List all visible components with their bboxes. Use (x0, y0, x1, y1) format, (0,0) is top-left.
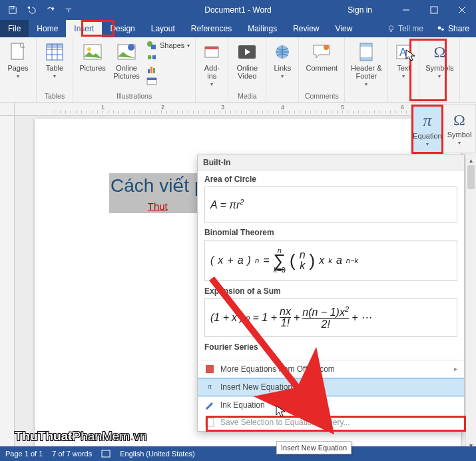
equation-gallery-panel: Built-In Area of Circle A = πr2 Binomial… (197, 155, 465, 432)
pi-icon: π (423, 111, 431, 131)
shapes-icon (146, 40, 157, 51)
addins-icon (201, 41, 222, 63)
eq-item-fourier[interactable]: Fourier Series (198, 338, 464, 360)
share-label: Share (448, 24, 469, 33)
status-words[interactable]: 7 of 7 words (52, 450, 92, 458)
svg-text:A: A (399, 47, 407, 58)
lightbulb-icon (387, 25, 395, 33)
equation-dropdown-button[interactable]: π Equation ▾ (411, 105, 443, 153)
svg-rect-29 (360, 57, 372, 61)
tab-references[interactable]: References (183, 20, 240, 37)
status-language[interactable]: English (United States) (120, 450, 195, 458)
tab-view[interactable]: View (328, 20, 361, 37)
office-icon (204, 364, 215, 374)
online-pictures-button[interactable]: Online Pictures (109, 39, 144, 83)
pi-small-icon: π (204, 382, 215, 392)
symbols-button[interactable]: Ω Symbols ▾ (422, 39, 457, 82)
gallery-header: Built-In (198, 155, 464, 171)
eq-item-area-circle[interactable]: Area of Circle A = πr2 (198, 171, 464, 224)
textbox-icon: A (393, 41, 414, 63)
eq-item-binomial[interactable]: Binomial Theorem (x + a)n = n∑k=0 (nk) x… (198, 224, 464, 282)
scroll-thumb[interactable] (467, 165, 475, 189)
watermark: ThuThuatPhanMem.vn (15, 429, 147, 444)
save-icon[interactable] (4, 1, 21, 19)
ribbon-display-options-icon[interactable] (379, 0, 392, 20)
addins-button[interactable]: Add- ins ▾ (198, 39, 225, 90)
tell-me-search[interactable]: Tell me (380, 20, 430, 37)
eq-preview-binomial: (x + a)n = n∑k=0 (nk) xkan−k (204, 240, 457, 281)
group-label-comments: Comments (302, 91, 342, 102)
svg-rect-21 (147, 78, 156, 80)
svg-point-3 (389, 25, 393, 30)
redo-icon[interactable] (41, 1, 59, 19)
omega-icon: Ω (429, 41, 450, 63)
pictures-icon (82, 41, 103, 63)
svg-point-10 (87, 47, 91, 51)
symbol-dropdown-button[interactable]: Ω Symbol ▾ (443, 105, 475, 153)
tab-review[interactable]: Review (285, 20, 327, 37)
omega-icon: Ω (453, 111, 465, 129)
header-footer-button[interactable]: Header & Footer ▾ (348, 39, 385, 90)
tab-mailings[interactable]: Mailings (240, 20, 285, 37)
tab-home[interactable]: Home (29, 20, 66, 37)
maximize-button[interactable] (420, 0, 448, 20)
tab-layout[interactable]: Layout (143, 20, 183, 37)
selected-text-block[interactable]: Cách viết p Thut (109, 173, 206, 213)
status-page[interactable]: Page 1 of 1 (5, 450, 43, 458)
quick-access-toolbar (0, 1, 77, 19)
horizontal-ruler[interactable]: 1 2 3 4 5 6 (15, 103, 476, 116)
insert-new-equation[interactable]: π Insert New Equation (198, 378, 464, 396)
svg-rect-18 (150, 67, 152, 73)
links-button[interactable]: Links ▾ (269, 39, 296, 82)
comment-button[interactable]: Comment (302, 39, 342, 75)
ink-equation[interactable]: Ink Equation (198, 396, 464, 414)
eq-item-expansion[interactable]: Expansion of a Sum (1 + x)n = 1 + nx1! +… (198, 282, 464, 338)
tell-me-label: Tell me (398, 24, 423, 33)
sign-in-link[interactable]: Sign in (341, 0, 379, 20)
scroll-up-icon[interactable]: ▴ (466, 155, 476, 165)
undo-icon[interactable] (23, 1, 40, 19)
comment-icon (311, 41, 332, 63)
tab-design[interactable]: Design (102, 20, 142, 37)
pictures-button[interactable]: Pictures (76, 39, 109, 75)
subtitle-text: Thut (111, 201, 205, 212)
more-equations-office[interactable]: More Equations from Office.com ▸ (198, 360, 464, 378)
status-bar: Page 1 of 1 7 of 7 words English (United… (0, 446, 476, 461)
ribbon-tabs: File Home Insert Design Layout Reference… (0, 20, 476, 37)
status-proofing-icon[interactable] (101, 449, 111, 458)
share-icon (437, 25, 445, 33)
vertical-ruler[interactable] (0, 116, 15, 446)
ink-icon (204, 400, 215, 410)
heading-text: Cách viết p (111, 175, 205, 197)
smartart-button[interactable] (146, 52, 190, 63)
online-video-button[interactable]: Online Video (231, 39, 263, 83)
shapes-button[interactable]: Shapes ▾ (146, 40, 190, 51)
screenshot-button[interactable] (146, 76, 190, 87)
svg-rect-17 (148, 69, 150, 73)
tab-file[interactable]: File (0, 20, 29, 37)
page-icon (7, 41, 29, 63)
links-icon (272, 41, 293, 63)
group-label-media: Media (231, 91, 263, 102)
share-button[interactable]: Share (430, 20, 476, 37)
save-small-icon (204, 417, 215, 428)
svg-point-4 (438, 26, 441, 29)
svg-rect-32 (206, 365, 214, 373)
ruler-corner (0, 103, 15, 116)
text-button[interactable]: A Text ▾ (391, 39, 416, 82)
pages-button[interactable]: Pages ▾ (3, 39, 33, 82)
svg-rect-35 (102, 450, 110, 457)
chart-button[interactable] (146, 64, 190, 75)
title-bar: Document1 - Word Sign in (0, 0, 476, 20)
window-title: Document1 - Word (204, 5, 271, 15)
header-footer-icon (356, 41, 377, 63)
gallery-scrollbar[interactable]: ▴ ▾ (465, 155, 476, 450)
minimize-button[interactable] (392, 0, 420, 20)
tooltip: Insert New Equation (276, 441, 352, 454)
svg-rect-6 (11, 43, 23, 59)
svg-rect-2 (431, 7, 437, 13)
tab-insert[interactable]: Insert (66, 20, 102, 37)
qat-customize-icon[interactable] (60, 1, 77, 19)
close-button[interactable] (448, 0, 476, 20)
table-button[interactable]: Table ▾ (39, 39, 70, 82)
